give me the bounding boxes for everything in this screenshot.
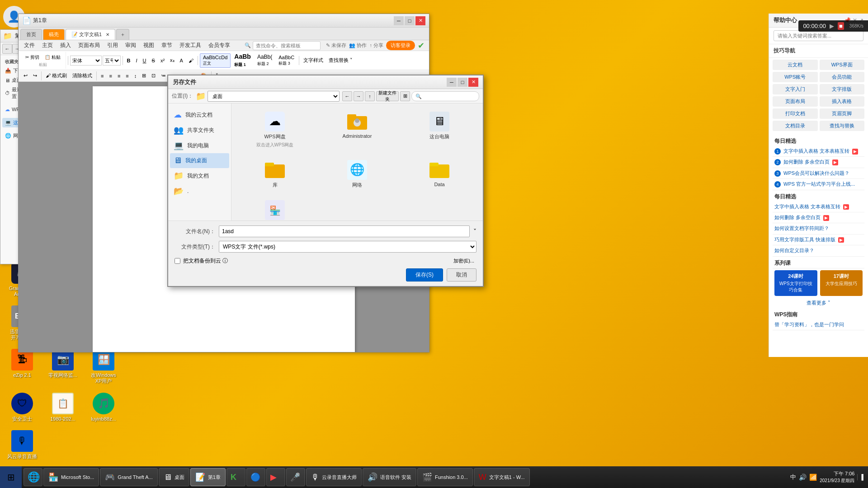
taskbar-mic[interactable]: 🎤 [286,468,305,486]
dialog-view-btn[interactable]: ⊞ [400,91,410,101]
undo-btn[interactable]: ↩ [21,71,30,80]
file-this-pc[interactable]: 🖥 这台电脑 [401,108,478,152]
taskbar-desktop[interactable]: 🖥 桌面 [159,468,189,486]
align-left-btn[interactable]: ≡ [99,72,106,80]
ribbon-menu-view[interactable]: 视图 [140,40,158,51]
desktop-icon-winxp[interactable]: 🪟 改WindowsXP用户 [85,347,122,386]
ribbon-search-input[interactable] [253,41,321,50]
superscript-btn[interactable]: x² [158,56,167,65]
font-color-btn[interactable]: A [178,56,185,65]
style-h3[interactable]: AaBbC标题 3 [276,54,297,67]
backup-checkbox[interactable] [175,258,180,264]
taskbar-speech[interactable]: 🔊 语音软件 安装 [363,468,416,486]
redo-btn[interactable]: ↪ [31,71,39,80]
file-data[interactable]: Data [401,156,478,192]
ribbon-menu-vip[interactable]: 会员专享 [205,40,234,51]
share-btn[interactable]: ↑ 分享 [369,42,383,49]
taskbar-gta[interactable]: 🎮 Grand Theft A... [100,468,157,486]
desktop-icon-security[interactable]: 🛡 安全卫士 [4,391,40,424]
location-select[interactable]: 桌面 [208,91,340,102]
border-btn[interactable]: ⊡ [149,71,158,80]
font-family-select[interactable]: 宋体 [70,56,102,66]
dialog-sidebar-dot[interactable]: 📂 . [170,183,229,199]
wps-minimize-btn[interactable]: ─ [394,16,404,25]
align-center-btn[interactable]: ≡ [107,72,114,80]
ribbon-menu-insert[interactable]: 插入 [57,40,75,51]
help-nav-findreplace[interactable]: 查找与替换 [820,121,865,131]
filename-dropdown-icon[interactable]: ˅ [473,228,476,235]
format-clear-btn[interactable]: 清除格式 [70,71,94,80]
file-network[interactable]: 🌐 网络 [318,156,396,192]
screen-recorder-widget[interactable]: 00:00:00 ▶ ■ 368K/s [798,20,868,32]
help-nav-text-intro[interactable]: 文字入门 [773,84,818,94]
explorer-back-btn[interactable]: ← [2,44,12,54]
login-btn[interactable]: 访客登录 [386,41,415,50]
help-nav-print[interactable]: 打印文档 [773,108,818,119]
desktop-icon-luyinb[interactable]: 🎵 luyinb88z... [85,391,122,424]
dialog-sidebar-mypc[interactable]: 💻 我的电脑 [170,138,229,153]
underline-btn[interactable]: U [141,56,149,65]
help-nav-account[interactable]: WPS账号 [773,72,818,82]
filename-input[interactable] [219,225,470,237]
save-button[interactable]: 保存(S) [406,268,443,282]
daily-article-4[interactable]: 巧用文字排版工具 快速排版 ▶ [773,235,864,245]
daily-article-5[interactable]: 如何自定义目录？ [773,245,864,256]
ribbon-menu-dev[interactable]: 开发工具 [176,40,205,51]
taskbar-wpsword[interactable]: W 文字文稿1 - W... [474,468,530,486]
ribbon-menu-review[interactable]: 审阅 [122,40,140,51]
tab-home[interactable]: 首页 [20,29,42,40]
dialog-new-folder-btn[interactable]: 新建文件夹 [376,91,399,101]
dialog-close-btn[interactable]: ✕ [468,78,478,87]
filetype-select[interactable]: WPS文字 文件(*.wps) [219,241,476,253]
file-library[interactable]: 库 [236,156,314,192]
dialog-forward-btn[interactable]: → [354,91,363,101]
help-nav-text-format[interactable]: 文字排版 [820,84,865,94]
find-replace-btn[interactable]: 查找替换 ˅ [326,56,355,65]
tab-doc[interactable]: 📝 文字文稿1 ✕ [66,29,115,40]
style-h2[interactable]: AaBb(标题 2 [255,53,275,68]
taskbar-play[interactable]: ▶ [266,468,285,486]
recorder-play-btn[interactable]: ▶ [830,23,834,29]
taskbar-msstore[interactable]: 🏪 Microsoft Sto... [43,468,99,486]
dialog-up-btn[interactable]: ↑ [365,91,375,101]
wps-maximize-btn[interactable]: □ [405,16,415,25]
tab-draft[interactable]: 稿壳 [43,29,65,40]
dialog-minimize-btn[interactable]: ─ [447,78,457,87]
help-nav-toc[interactable]: 文档目录 [773,121,818,131]
daily-article-3[interactable]: 如何设置文档字符间距？ [773,223,864,234]
wps-close-btn[interactable]: ✕ [415,16,425,25]
tray-volume-icon[interactable]: 🔊 [799,474,807,481]
tray-lang-icon[interactable]: 中 [790,473,796,481]
font-size-select[interactable]: 五号 [103,56,121,66]
justify-btn[interactable]: ≡ [123,72,131,80]
help-nav-header[interactable]: 页眉页脚 [820,108,865,119]
ribbon-menu-home[interactable]: 主页 [38,40,57,51]
dialog-maximize-btn[interactable]: □ [458,78,467,87]
style-h1[interactable]: AaBb标题 1 [231,52,254,69]
style-normal[interactable]: AaBbCcDd正文 [200,53,231,68]
daily-article-2[interactable]: 如何删除 多余空白页 ▶ [773,212,864,223]
subscript-btn[interactable]: x₂ [168,56,177,65]
taskbar-360[interactable]: 🔵 [246,468,265,486]
bold-btn[interactable]: B [125,56,133,65]
help-article-2[interactable]: 2 如何删除 多余空白页 ▶ [773,157,864,168]
taskbar-yunyinlu[interactable]: 🎙 云录音直播大师 [306,468,362,486]
cancel-button[interactable]: 取消 [447,268,476,282]
tray-show-desktop[interactable]: ▐ [857,474,863,480]
wps-tips-article[interactable]: 替「学习资料」，也是一门学问 [773,319,864,330]
tray-clock[interactable]: 下午 7:06 2021/9/23 星期四 [820,470,854,483]
desktop-icon-1980[interactable]: 📋 1980-202... [45,391,81,424]
align-right-btn[interactable]: ≡ [115,72,123,80]
file-administrator[interactable]: Administrator [318,108,396,152]
daily-article-1[interactable]: 文字中插入表格 文本表格互转 ▶ [773,202,864,212]
line-spacing-btn[interactable]: ↕ [132,72,139,80]
file-wps-cloud[interactable]: ☁ WPS网盘 双击进入WPS网盘 [236,108,314,152]
dialog-back-btn[interactable]: ← [342,91,352,101]
ribbon-menu-file[interactable]: 文件 [20,40,38,51]
see-more-btn[interactable]: 查看更多 ˅ [773,298,864,308]
help-search-input[interactable] [774,30,863,41]
help-nav-interface[interactable]: WPS界面 [820,60,865,70]
strikethrough-btn[interactable]: S [150,56,157,65]
dialog-sidebar-docs[interactable]: 📁 我的文档 [170,168,229,183]
ribbon-menu-chapter[interactable]: 章节 [158,40,176,51]
